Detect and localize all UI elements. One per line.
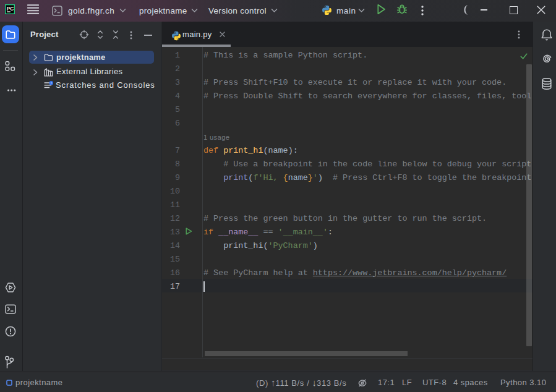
svg-text:PC: PC (7, 6, 14, 12)
